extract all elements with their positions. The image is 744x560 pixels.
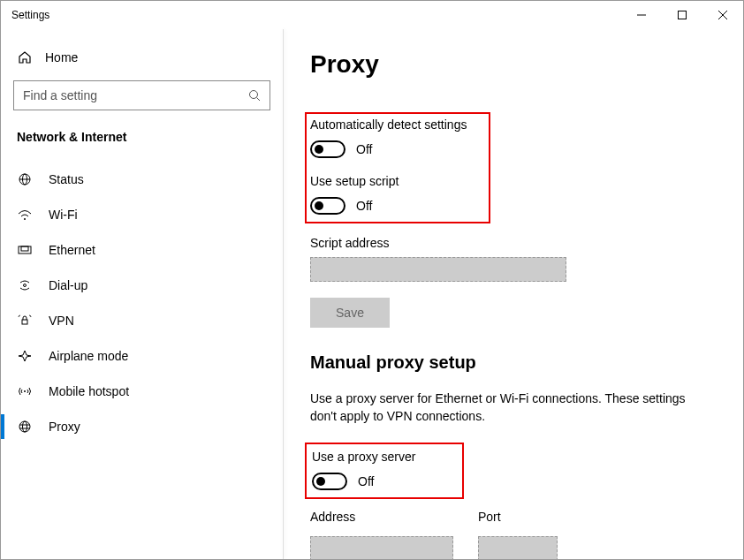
svg-point-9 xyxy=(24,218,26,220)
svg-point-16 xyxy=(23,421,27,432)
search-icon xyxy=(248,89,261,102)
hotspot-icon xyxy=(17,385,33,397)
script-address-input xyxy=(310,257,566,282)
save-button: Save xyxy=(310,298,390,328)
svg-point-14 xyxy=(24,390,26,392)
sidebar-item-label: Airplane mode xyxy=(49,349,128,363)
use-proxy-state: Off xyxy=(358,474,374,488)
home-icon xyxy=(17,50,33,64)
sidebar-item-label: Ethernet xyxy=(49,243,95,257)
sidebar-item-label: VPN xyxy=(49,314,74,328)
auto-detect-label: Automatically detect settings xyxy=(310,117,480,132)
use-proxy-toggle[interactable] xyxy=(312,473,347,490)
proxy-icon xyxy=(17,420,33,433)
manual-section-desc: Use a proxy server for Ethernet or Wi-Fi… xyxy=(310,390,699,425)
sidebar-item-status[interactable]: Status xyxy=(13,162,270,197)
svg-line-5 xyxy=(257,98,261,102)
sidebar: Home Find a setting Network & Internet S… xyxy=(1,29,284,559)
setup-script-toggle[interactable] xyxy=(310,197,345,215)
setup-script-state: Off xyxy=(356,199,372,213)
sidebar-item-label: Mobile hotspot xyxy=(49,384,129,398)
titlebar: Settings xyxy=(1,1,743,29)
ethernet-icon xyxy=(17,244,33,256)
dialup-icon xyxy=(17,279,33,291)
airplane-icon xyxy=(17,350,33,362)
home-link[interactable]: Home xyxy=(13,45,270,80)
sidebar-item-label: Status xyxy=(49,172,84,186)
highlight-auto-setup: Automatically detect settings Off Use se… xyxy=(305,112,490,223)
vpn-icon xyxy=(17,314,33,327)
svg-rect-10 xyxy=(19,246,31,254)
search-placeholder: Find a setting xyxy=(23,88,97,102)
sidebar-item-airplane[interactable]: Airplane mode xyxy=(13,338,270,374)
close-button[interactable] xyxy=(702,1,743,29)
use-proxy-label: Use a proxy server xyxy=(312,450,455,464)
address-label: Address xyxy=(310,510,453,524)
port-input xyxy=(478,536,558,559)
svg-point-12 xyxy=(24,284,27,287)
wifi-icon xyxy=(17,208,33,221)
auto-detect-state: Off xyxy=(356,142,372,156)
sidebar-item-label: Proxy xyxy=(49,420,80,434)
script-address-label: Script address xyxy=(310,236,717,250)
auto-detect-toggle[interactable] xyxy=(310,140,345,158)
address-input xyxy=(310,536,453,559)
home-label: Home xyxy=(45,50,78,64)
main-content: Proxy Automatically detect settings Off … xyxy=(284,29,743,559)
window-title: Settings xyxy=(11,9,49,21)
svg-rect-11 xyxy=(21,246,28,251)
sidebar-item-label: Wi-Fi xyxy=(49,208,78,222)
search-input[interactable]: Find a setting xyxy=(13,80,270,110)
sidebar-item-wifi[interactable]: Wi-Fi xyxy=(13,197,270,232)
manual-section-title: Manual proxy setup xyxy=(310,352,717,373)
svg-rect-13 xyxy=(22,320,27,324)
highlight-use-proxy: Use a proxy server Off xyxy=(305,443,464,499)
minimize-button[interactable] xyxy=(621,1,662,29)
sidebar-item-vpn[interactable]: VPN xyxy=(13,303,270,338)
page-title: Proxy xyxy=(310,50,717,79)
svg-rect-1 xyxy=(679,11,687,19)
sidebar-item-hotspot[interactable]: Mobile hotspot xyxy=(13,374,270,409)
port-label: Port xyxy=(478,510,558,524)
status-icon xyxy=(17,173,33,185)
maximize-button[interactable] xyxy=(662,1,702,29)
category-title: Network & Internet xyxy=(17,130,270,144)
sidebar-item-label: Dial-up xyxy=(49,278,87,292)
window-controls xyxy=(621,1,743,29)
sidebar-item-ethernet[interactable]: Ethernet xyxy=(13,232,270,268)
svg-point-15 xyxy=(19,421,30,432)
sidebar-item-dialup[interactable]: Dial-up xyxy=(13,268,270,303)
svg-point-4 xyxy=(250,91,258,99)
sidebar-item-proxy[interactable]: Proxy xyxy=(13,409,270,444)
setup-script-label: Use setup script xyxy=(310,174,480,188)
